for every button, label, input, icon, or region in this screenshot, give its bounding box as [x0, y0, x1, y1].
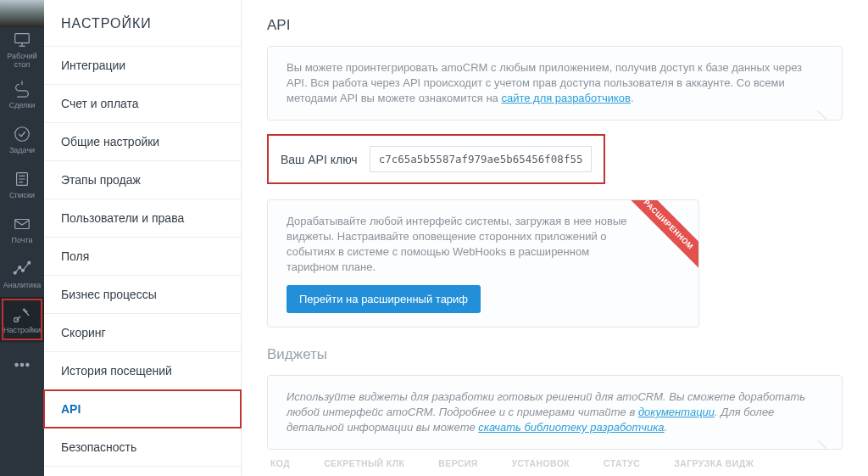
- tasks-icon: [13, 125, 31, 143]
- api-heading: API: [267, 17, 843, 34]
- rail-label: Настройки: [3, 326, 41, 334]
- analytics-icon: [13, 260, 31, 278]
- th-upload: ЗАГРУЗКА ВИДЖ: [674, 458, 754, 468]
- speech-tail-icon: [817, 440, 826, 450]
- dev-site-link[interactable]: сайте для разработчиков: [501, 92, 631, 104]
- lists-icon: [13, 170, 31, 188]
- mail-icon: [13, 215, 31, 233]
- side-item-stages[interactable]: Этапы продаж: [44, 161, 241, 199]
- widgets-table-header: КОД СЕКРЕТНЫЙ КЛК ВЕРСИЯ УСТАНОВОК СТАТУ…: [267, 458, 843, 468]
- nav-rail: Рабочийстол Сделки Задачи Списки Почта А…: [0, 0, 44, 476]
- rail-label: Рабочийстол: [7, 52, 36, 69]
- svg-point-1: [15, 127, 30, 142]
- widgets-intro-card: Используйте виджеты для разработки готов…: [267, 375, 843, 450]
- svg-point-10: [20, 363, 23, 366]
- download-lib-link[interactable]: скачать библиотеку разработчика: [478, 421, 664, 434]
- svg-point-7: [28, 261, 31, 264]
- api-key-block: Ваш API ключ c7c65a5b5587af979ae5b65456f…: [267, 134, 605, 184]
- side-item-general[interactable]: Общие настройки: [44, 123, 241, 161]
- rail-settings[interactable]: Настройки: [0, 297, 44, 342]
- side-item-integrations[interactable]: Интеграции: [44, 47, 241, 85]
- svg-rect-3: [15, 220, 30, 229]
- avatar[interactable]: [0, 0, 44, 27]
- rail-analytics[interactable]: Аналитика: [0, 252, 44, 297]
- side-item-api[interactable]: API: [44, 390, 241, 428]
- api-key-label: Ваш API ключ: [281, 153, 358, 166]
- rail-label: Списки: [9, 191, 35, 199]
- desktop-icon: [13, 31, 31, 49]
- side-item-security[interactable]: Безопасность: [44, 428, 241, 467]
- rail-label: Аналитика: [3, 281, 42, 289]
- rail-label: Почта: [12, 236, 33, 244]
- upsell-text: Дорабатывайте любой интерфейс системы, з…: [287, 215, 627, 273]
- svg-point-4: [14, 272, 16, 274]
- api-intro-card: Вы можете проинтегрировать amoCRM с любы…: [267, 46, 843, 120]
- intro-b: .: [631, 92, 634, 104]
- svg-point-6: [21, 269, 24, 272]
- settings-panel: НАСТРОЙКИ Интеграции Счет и оплата Общие…: [44, 0, 242, 476]
- th-code: КОД: [270, 458, 290, 468]
- rail-mail[interactable]: Почта: [0, 207, 44, 252]
- svg-point-11: [26, 363, 29, 366]
- rail-tasks[interactable]: Задачи: [0, 117, 44, 162]
- th-secret: СЕКРЕТНЫЙ КЛК: [324, 458, 404, 468]
- rail-label: Сделки: [9, 101, 36, 109]
- side-item-scoring[interactable]: Скоринг: [44, 314, 241, 352]
- more-icon: [13, 356, 31, 374]
- svg-point-9: [15, 363, 18, 366]
- upsell-card: В РАСШИРЕННОМ Дорабатывайте любой интерф…: [267, 199, 699, 328]
- speech-tail-icon: [817, 111, 826, 120]
- main-content: API Вы можете проинтегрировать amoCRM с …: [242, 0, 868, 476]
- rail-more[interactable]: [0, 342, 44, 387]
- side-item-history[interactable]: История посещений: [44, 352, 241, 390]
- side-item-billing[interactable]: Счет и оплата: [44, 85, 241, 123]
- upgrade-button[interactable]: Перейти на расширенный тариф: [287, 285, 481, 313]
- api-intro-text: Вы можете проинтегрировать amoCRM с любы…: [268, 47, 842, 120]
- th-version: ВЕРСИЯ: [438, 458, 477, 468]
- widgets-c: .: [665, 421, 668, 434]
- api-key-value[interactable]: c7c65a5b5587af979ae5b65456f08f55: [370, 146, 593, 172]
- svg-rect-0: [15, 34, 30, 43]
- deals-icon: [13, 80, 31, 98]
- rail-lists[interactable]: Списки: [0, 162, 44, 207]
- th-installs: УСТАНОВОК: [512, 458, 570, 468]
- docs-link[interactable]: документации: [638, 406, 715, 418]
- settings-icon: [13, 305, 31, 323]
- side-item-processes[interactable]: Бизнес процессы: [44, 276, 241, 314]
- side-item-fields[interactable]: Поля: [44, 238, 241, 276]
- th-status: СТАТУС: [604, 458, 640, 468]
- rail-desktop[interactable]: Рабочийстол: [0, 27, 44, 72]
- rail-deals[interactable]: Сделки: [0, 72, 44, 117]
- svg-point-5: [19, 266, 21, 269]
- side-item-users[interactable]: Пользователи и права: [44, 199, 241, 238]
- settings-title: НАСТРОЙКИ: [44, 0, 241, 47]
- widgets-heading: Виджеты: [267, 346, 843, 363]
- rail-label: Задачи: [9, 146, 35, 154]
